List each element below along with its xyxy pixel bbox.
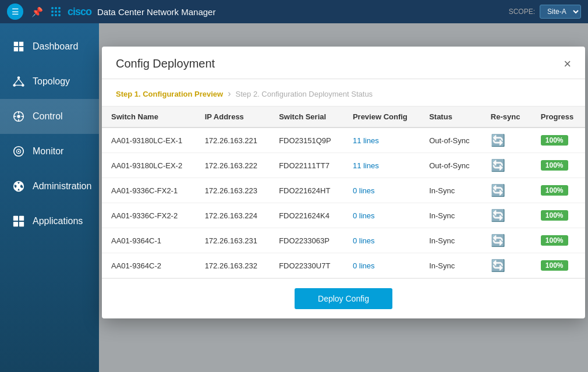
svg-point-18 — [18, 151, 20, 153]
svg-point-11 — [17, 115, 20, 118]
cell-switch-name: AA01-93180LC-EX-1 — [102, 127, 196, 153]
table-row: AA01-93180LC-EX-2 172.26.163.222 FDO2211… — [102, 153, 585, 178]
cell-resync[interactable]: 🔄 — [481, 178, 532, 203]
svg-rect-21 — [19, 216, 24, 221]
cell-progress: 100% — [532, 178, 585, 203]
cell-preview[interactable]: 0 lines — [343, 228, 420, 253]
cell-preview[interactable]: 0 lines — [343, 178, 420, 203]
cell-resync[interactable]: 🔄 — [481, 153, 532, 178]
table-container: Switch Name IP Address Switch Serial Pre… — [102, 107, 585, 278]
topology-icon — [12, 75, 26, 88]
svg-line-7 — [15, 79, 19, 84]
svg-rect-2 — [14, 47, 18, 51]
cell-serial: FDO221624K4 — [270, 203, 343, 228]
cell-progress: 100% — [532, 228, 585, 253]
cell-resync[interactable]: 🔄 — [481, 228, 532, 253]
cell-status: Out-of-Sync — [420, 153, 481, 178]
col-switch-name: Switch Name — [102, 107, 196, 127]
main-layout: Dashboard Topology Control Monitor Admin — [0, 23, 588, 372]
cell-preview[interactable]: 0 lines — [343, 203, 420, 228]
modal-title: Config Deployment — [116, 57, 215, 70]
cell-progress: 100% — [532, 203, 585, 228]
cell-status: In-Sync — [420, 178, 481, 203]
modal-footer: Deploy Config — [102, 278, 585, 318]
svg-rect-23 — [19, 222, 24, 226]
col-progress: Progress — [532, 107, 585, 127]
sidebar-label-applications: Applications — [33, 216, 83, 226]
cell-switch-name: AA01-9364C-1 — [102, 228, 196, 253]
cell-ip: 172.26.163.232 — [196, 253, 270, 278]
sidebar-item-administration[interactable]: Administration — [0, 169, 99, 204]
cell-ip: 172.26.163.222 — [196, 153, 270, 178]
content-area: Config Deployment × Step 1. Configuratio… — [99, 23, 588, 372]
sidebar-label-monitor: Monitor — [33, 146, 63, 157]
scope-select[interactable]: Site-A — [540, 5, 581, 19]
topbar-right: SCOPE: Site-A — [509, 5, 581, 19]
col-ip-address: IP Address — [196, 107, 270, 127]
svg-rect-20 — [13, 216, 18, 221]
col-status: Status — [420, 107, 481, 127]
cell-status: In-Sync — [420, 228, 481, 253]
col-preview-config: Preview Config — [343, 107, 420, 127]
svg-rect-3 — [19, 47, 23, 51]
config-table: Switch Name IP Address Switch Serial Pre… — [102, 107, 585, 278]
deploy-config-button[interactable]: Deploy Config — [295, 288, 392, 309]
cell-preview[interactable]: 11 lines — [343, 127, 420, 153]
cell-preview[interactable]: 11 lines — [343, 153, 420, 178]
step2-label[interactable]: Step 2. Configuration Deployment Status — [236, 90, 373, 98]
cell-progress: 100% — [532, 153, 585, 178]
table-row: AA01-9364C-2 172.26.163.232 FDO22330U7T … — [102, 253, 585, 278]
cell-preview[interactable]: 0 lines — [343, 253, 420, 278]
cell-resync[interactable]: 🔄 — [481, 253, 532, 278]
cell-resync[interactable]: 🔄 — [481, 203, 532, 228]
applications-icon — [12, 214, 26, 228]
menu-button[interactable]: ☰ — [7, 3, 23, 20]
svg-rect-22 — [13, 222, 18, 226]
cell-serial: FDO22111TT7 — [270, 153, 343, 178]
close-button[interactable]: × — [564, 58, 571, 70]
sidebar-label-administration: Administration — [33, 181, 91, 192]
administration-icon — [12, 179, 26, 193]
hamburger-icon: ☰ — [12, 7, 19, 16]
control-icon — [12, 109, 26, 123]
cell-status: In-Sync — [420, 203, 481, 228]
sidebar-label-topology: Topology — [33, 76, 70, 87]
cell-status: In-Sync — [420, 253, 481, 278]
monitor-icon — [12, 144, 26, 158]
cisco-logo: cisco — [51, 6, 91, 18]
step-separator: › — [228, 88, 231, 99]
cell-status: Out-of-Sync — [420, 127, 481, 153]
cell-switch-name: AA01-9364C-2 — [102, 253, 196, 278]
cell-switch-name: AA01-9336C-FX2-2 — [102, 203, 196, 228]
cell-serial: FDO221624HT — [270, 178, 343, 203]
step1-label[interactable]: Step 1. Configuration Preview — [116, 90, 223, 98]
svg-rect-1 — [19, 42, 23, 46]
sidebar-item-topology[interactable]: Topology — [0, 64, 99, 99]
cell-resync[interactable]: 🔄 — [481, 127, 532, 153]
svg-line-8 — [19, 79, 23, 84]
sidebar-label-control: Control — [33, 111, 63, 122]
cell-serial: FDO22330U7T — [270, 253, 343, 278]
cell-switch-name: AA01-93180LC-EX-2 — [102, 153, 196, 178]
cell-switch-name: AA01-9336C-FX2-1 — [102, 178, 196, 203]
sidebar-item-monitor[interactable]: Monitor — [0, 134, 99, 169]
cell-serial: FDO2233063P — [270, 228, 343, 253]
cell-ip: 172.26.163.224 — [196, 203, 270, 228]
dashboard-icon — [12, 40, 26, 54]
cisco-wordmark: cisco — [68, 6, 91, 18]
sidebar-item-applications[interactable]: Applications — [0, 204, 99, 239]
sidebar-item-control[interactable]: Control — [0, 99, 99, 134]
modal-header: Config Deployment × — [102, 47, 585, 79]
svg-rect-0 — [14, 42, 18, 46]
pin-button[interactable]: 📌 — [29, 4, 45, 20]
sidebar-item-dashboard[interactable]: Dashboard — [0, 29, 99, 64]
sidebar-label-dashboard: Dashboard — [33, 41, 78, 52]
cisco-dots — [51, 7, 61, 16]
svg-point-4 — [17, 76, 20, 79]
table-row: AA01-9364C-1 172.26.163.231 FDO2233063P … — [102, 228, 585, 253]
cell-serial: FDO23151Q9P — [270, 127, 343, 153]
table-header: Switch Name IP Address Switch Serial Pre… — [102, 107, 585, 127]
cell-ip: 172.26.163.231 — [196, 228, 270, 253]
modal-overlay: Config Deployment × Step 1. Configuratio… — [99, 23, 588, 372]
topbar: ☰ 📌 cisco Data Center Network Manager SC… — [0, 0, 588, 23]
